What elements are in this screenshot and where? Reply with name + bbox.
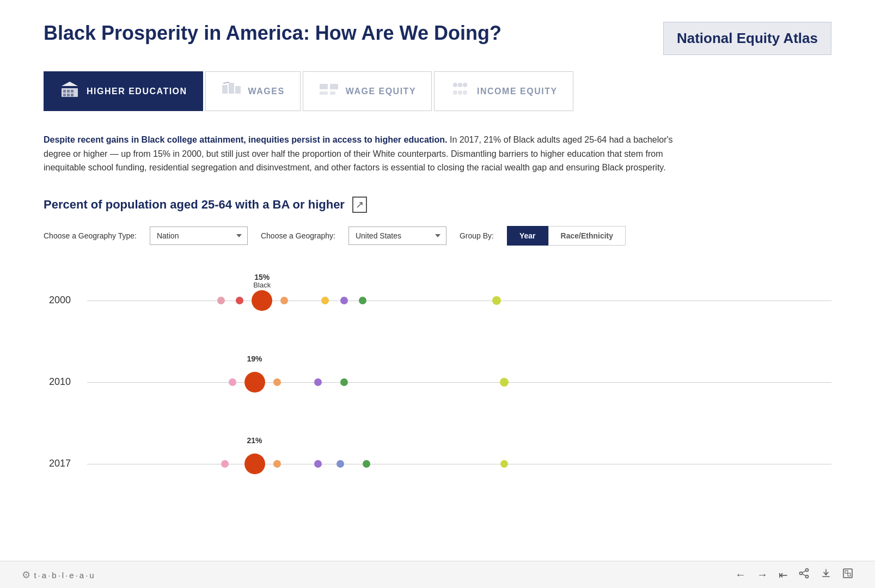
description: Despite recent gains in Black college at… [44, 133, 697, 175]
chart-line-2017 [87, 464, 831, 464]
svg-point-16 [453, 83, 457, 87]
chart-row-2017: 2017 21% [87, 428, 831, 499]
chart-row-2010: 2010 19% [87, 347, 831, 418]
description-bold: Despite recent gains in Black college at… [44, 135, 448, 144]
group-by-race-button[interactable]: Race/Ethnicity [548, 226, 626, 246]
chart-row-2000: 2000 15% Black [87, 265, 831, 336]
group-by-label: Group By: [460, 231, 494, 240]
fullscreen-icon[interactable] [842, 568, 853, 581]
header-row: Black Prosperity in America: How Are We … [44, 22, 831, 55]
home-icon[interactable]: ⇤ [779, 568, 788, 581]
dot-2017-black [244, 454, 265, 474]
year-label-2017: 2017 [49, 458, 71, 469]
dot-2010-5 [340, 378, 348, 386]
svg-point-18 [463, 83, 467, 87]
controls-row: Choose a Geography Type: Nation State Me… [44, 226, 831, 246]
svg-rect-29 [845, 571, 848, 573]
dot-2000-8 [492, 296, 501, 305]
dot-2000-1 [217, 297, 225, 304]
tableau-logo: ⚙ t·a·b·l·e·a·u [22, 569, 96, 581]
svg-line-11 [223, 82, 229, 83]
dot-2017-1 [221, 460, 229, 468]
dot-2010-3 [273, 378, 281, 386]
dot-2017-6 [363, 460, 370, 468]
atlas-badge-text: National Equity Atlas [677, 30, 818, 47]
dot-2017-3 [273, 460, 281, 468]
svg-rect-6 [71, 94, 74, 96]
svg-rect-15 [330, 91, 335, 95]
chart-line-2000 [87, 301, 831, 301]
svg-rect-9 [229, 83, 234, 94]
geo-select[interactable]: United States [348, 226, 446, 245]
tabs-row: HIGHER EDUCATION WAGES [44, 71, 831, 111]
tab-wages-label: WAGES [248, 87, 285, 96]
footer: ⚙ t·a·b·l·e·a·u ← → ⇤ [0, 561, 875, 588]
tab-wages[interactable]: WAGES [205, 71, 301, 111]
svg-rect-5 [67, 94, 70, 96]
higher-education-icon [59, 81, 80, 102]
dot-2010-4 [314, 378, 322, 386]
dot-2010-1 [229, 378, 236, 386]
back-icon[interactable]: ← [735, 568, 746, 581]
svg-rect-8 [222, 85, 228, 94]
geo-label: Choose a Geography: [261, 231, 335, 240]
tab-income-equity-label: INCOME EQUITY [477, 87, 558, 96]
svg-rect-2 [67, 90, 70, 93]
dot-2017-7 [500, 460, 508, 468]
dot-2000-6 [340, 297, 348, 304]
income-equity-icon [450, 81, 470, 102]
footer-icons: ← → ⇤ [735, 568, 853, 581]
chart-title: Percent of population aged 25-64 with a … [44, 198, 345, 212]
tab-income-equity[interactable]: INCOME EQUITY [434, 71, 573, 111]
group-by-year-button[interactable]: Year [507, 226, 548, 246]
tab-higher-education[interactable]: HIGHER EDUCATION [44, 71, 203, 111]
dot-2000-2 [236, 297, 243, 304]
download-icon[interactable] [821, 568, 831, 581]
dot-label-pct-2000: 15% [254, 273, 270, 281]
external-link-icon[interactable]: ↗ [352, 197, 367, 213]
svg-point-23 [800, 572, 803, 575]
svg-point-24 [806, 575, 809, 578]
tab-higher-education-label: HIGHER EDUCATION [87, 87, 187, 96]
dot-2010-black [244, 372, 265, 393]
dot-2017-5 [336, 460, 344, 468]
svg-rect-13 [330, 84, 338, 89]
svg-point-21 [463, 90, 467, 95]
dot-2010-6 [500, 378, 509, 387]
year-label-2000: 2000 [49, 295, 71, 306]
dot-sublabel-race-2000: Black [253, 281, 271, 289]
dot-2017-4 [314, 460, 322, 468]
svg-rect-30 [848, 573, 850, 576]
chart-title-row: Percent of population aged 25-64 with a … [44, 197, 831, 213]
svg-rect-27 [822, 576, 830, 577]
svg-point-17 [458, 83, 462, 87]
svg-rect-10 [235, 86, 241, 94]
svg-marker-7 [62, 82, 78, 86]
svg-line-25 [802, 571, 806, 573]
svg-point-22 [806, 569, 809, 572]
dot-2000-black [252, 290, 272, 311]
geo-type-label: Choose a Geography Type: [44, 231, 137, 240]
tab-wage-equity-label: WAGE EQUITY [346, 87, 416, 96]
svg-rect-12 [320, 84, 328, 89]
year-label-2010: 2010 [49, 376, 71, 388]
dot-2000-4 [280, 297, 288, 304]
svg-point-19 [453, 90, 457, 95]
atlas-badge: National Equity Atlas [663, 22, 831, 55]
dot-label-pct-2017: 21% [247, 436, 262, 445]
svg-rect-3 [71, 90, 74, 93]
dot-2000-5 [321, 297, 329, 304]
tab-wage-equity[interactable]: WAGE EQUITY [303, 71, 432, 111]
svg-rect-1 [63, 90, 66, 93]
chart-line-2010 [87, 382, 831, 383]
share-icon[interactable] [799, 568, 810, 581]
geo-type-select[interactable]: Nation State Metro County City [150, 226, 248, 245]
chart-area: 2000 15% Black 2010 19% [44, 265, 831, 499]
svg-rect-4 [63, 94, 66, 96]
svg-line-26 [802, 574, 806, 576]
svg-rect-14 [320, 91, 328, 95]
dot-2000-7 [359, 297, 366, 304]
forward-icon[interactable]: → [757, 568, 768, 581]
group-by-buttons: Year Race/Ethnicity [507, 226, 626, 246]
svg-point-20 [458, 90, 462, 95]
